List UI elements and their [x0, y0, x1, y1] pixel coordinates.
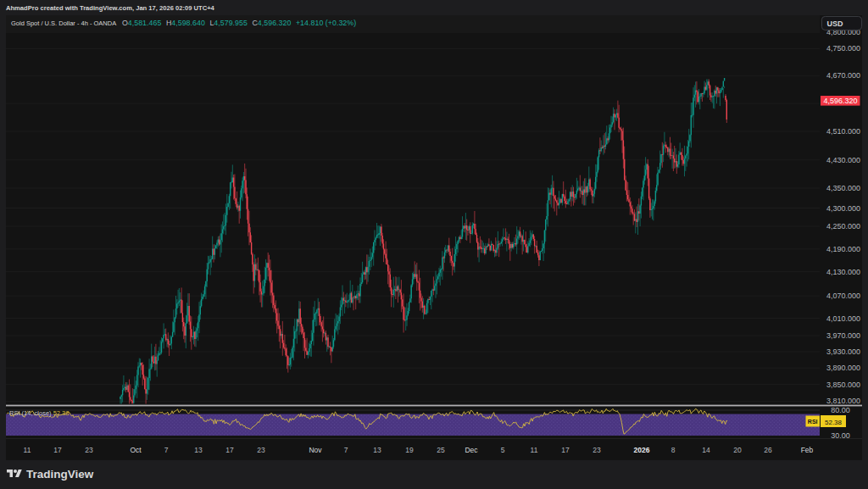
svg-text:17: 17 [225, 446, 234, 454]
svg-text:23: 23 [593, 446, 601, 454]
svg-text:13: 13 [194, 446, 203, 454]
svg-text:30.00: 30.00 [831, 431, 850, 440]
svg-text:7: 7 [164, 446, 169, 454]
svg-text:17: 17 [53, 446, 62, 454]
svg-text:RSI: RSI [808, 419, 818, 425]
svg-text:17: 17 [561, 446, 570, 454]
svg-text:23: 23 [257, 446, 265, 454]
svg-text:TradingView: TradingView [26, 468, 94, 481]
svg-text:26: 26 [764, 446, 772, 454]
svg-text:Oct: Oct [130, 446, 142, 454]
svg-text:Gold Spot / U.S. Dollar - 4h -: Gold Spot / U.S. Dollar - 4h - OANDA O4,… [11, 19, 356, 27]
svg-text:4,300.000: 4,300.000 [826, 204, 860, 213]
svg-text:4,750.000: 4,750.000 [826, 44, 860, 53]
svg-text:3,930.000: 3,930.000 [826, 347, 860, 356]
svg-text:Nov: Nov [309, 446, 322, 454]
svg-text:13: 13 [373, 446, 381, 454]
svg-text:4,510.000: 4,510.000 [826, 127, 860, 136]
svg-text:Dec: Dec [465, 446, 478, 454]
svg-text:4,350.000: 4,350.000 [826, 184, 860, 192]
svg-text:4,250.000: 4,250.000 [826, 222, 860, 231]
svg-text:AhmadPro created with TradingV: AhmadPro created with TradingView.com, J… [6, 4, 215, 12]
svg-text:80.00: 80.00 [831, 406, 850, 414]
svg-text:5: 5 [501, 446, 505, 454]
svg-text:19: 19 [405, 446, 414, 454]
svg-text:4,010.000: 4,010.000 [826, 314, 860, 323]
svg-text:11: 11 [24, 446, 31, 454]
svg-text:4,430.000: 4,430.000 [826, 156, 860, 164]
svg-text:23: 23 [85, 446, 93, 454]
svg-text:3,970.000: 3,970.000 [826, 331, 860, 340]
svg-text:25: 25 [437, 446, 445, 454]
svg-text:8: 8 [671, 446, 676, 454]
svg-text:14: 14 [702, 446, 710, 454]
svg-text:7: 7 [344, 446, 348, 454]
svg-text:52.38: 52.38 [825, 419, 843, 426]
svg-text:3,890.000: 3,890.000 [826, 364, 860, 372]
svg-text:USD: USD [827, 19, 844, 28]
svg-text:4,596.320: 4,596.320 [823, 97, 857, 105]
svg-text:RSI (14, close) 52.38: RSI (14, close) 52.38 [9, 409, 69, 417]
svg-text:2026: 2026 [634, 446, 650, 454]
svg-text:4,190.000: 4,190.000 [826, 245, 860, 253]
svg-text:4,130.000: 4,130.000 [826, 268, 860, 276]
svg-text:3,810.000: 3,810.000 [826, 397, 860, 405]
svg-text:11: 11 [531, 446, 538, 454]
svg-text:4,670.000: 4,670.000 [826, 71, 860, 80]
svg-text:4,070.000: 4,070.000 [826, 292, 860, 300]
svg-text:20: 20 [733, 446, 742, 454]
svg-text:Feb: Feb [801, 446, 814, 454]
svg-text:3,850.000: 3,850.000 [826, 381, 860, 389]
